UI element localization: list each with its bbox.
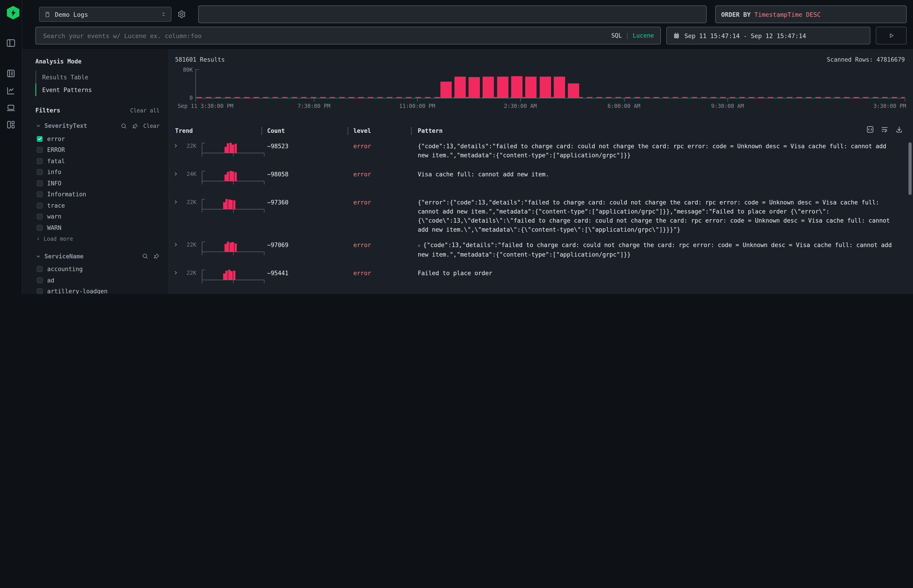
checkbox[interactable] xyxy=(37,181,43,186)
y-axis-min-label: 0 xyxy=(175,95,193,101)
select-query-input[interactable] xyxy=(198,5,707,23)
pattern-row[interactable]: 22K~95441errorFailed to place order xyxy=(173,266,913,294)
filter-option-label: INFO xyxy=(47,180,62,187)
gear-icon[interactable] xyxy=(177,10,186,19)
checkbox[interactable] xyxy=(37,225,43,231)
x-axis-tick-label: 3:30:00 PM xyxy=(873,103,906,109)
filter-option-warn[interactable]: warn xyxy=(36,211,160,222)
analysis-mode-title: Analysis Mode xyxy=(36,58,160,65)
trend-sparkline xyxy=(202,198,264,213)
pattern-text[interactable]: {"code":13,"details":"failed to charge c… xyxy=(418,139,898,164)
search-icon[interactable] xyxy=(142,253,148,259)
filter-option-error[interactable]: error xyxy=(36,133,160,144)
checkbox[interactable] xyxy=(37,267,43,272)
checkbox[interactable] xyxy=(37,214,43,220)
filter-option-error[interactable]: ERROR xyxy=(36,144,160,155)
wrap-text-icon[interactable] xyxy=(881,126,889,133)
source-select[interactable]: Demo Logs xyxy=(39,7,172,22)
checkbox[interactable] xyxy=(37,278,43,283)
chevron-down-icon[interactable] xyxy=(36,123,41,129)
filter-option-ad[interactable]: ad xyxy=(36,275,160,286)
clear-filter-button[interactable]: Clear xyxy=(143,123,160,129)
app-logo[interactable] xyxy=(6,6,20,19)
chevron-down-icon[interactable] xyxy=(36,253,41,259)
panel-toggle-icon[interactable] xyxy=(6,38,16,48)
pattern-count: ~98058 xyxy=(267,171,288,178)
filter-option-warn[interactable]: WARN xyxy=(36,222,160,233)
checkbox-checked[interactable] xyxy=(37,136,43,142)
checkbox[interactable] xyxy=(37,147,43,153)
level-value: error xyxy=(353,143,371,150)
checkbox[interactable] xyxy=(37,192,43,197)
lucene-toggle[interactable]: Lucene xyxy=(633,32,654,39)
search-icon[interactable] xyxy=(121,123,127,129)
histogram-bar xyxy=(497,77,508,98)
results-area: 581601 Results Scanned Rows: 47816679 80… xyxy=(169,49,913,294)
filter-option-information[interactable]: Information xyxy=(36,189,160,200)
pattern-text[interactable]: {"error":{"code":13,"details":"failed to… xyxy=(418,195,898,238)
checkbox[interactable] xyxy=(37,158,43,164)
download-icon[interactable] xyxy=(895,126,903,133)
filter-option-info[interactable]: info xyxy=(36,166,160,178)
pattern-text[interactable]: Failed to place order xyxy=(418,266,898,281)
column-resize-handle[interactable] xyxy=(347,128,348,135)
pattern-row[interactable]: 22K~97069error✕{"code":13,"details":"fai… xyxy=(173,238,913,266)
run-query-button[interactable] xyxy=(876,27,907,44)
chart-icon[interactable] xyxy=(6,86,16,96)
scrollbar-thumb[interactable] xyxy=(908,142,911,195)
order-by-input[interactable]: ORDER BY TimestampTime DESC xyxy=(715,5,907,23)
load-more-link[interactable]: Load more xyxy=(36,233,160,244)
column-header-count: Count xyxy=(267,128,285,134)
laptop-icon[interactable] xyxy=(6,103,16,113)
pattern-text[interactable]: ✕{"code":13,"details":"failed to charge … xyxy=(418,238,898,263)
x-axis-tick-label: 2:30:00 AM xyxy=(504,103,537,109)
checkbox[interactable] xyxy=(37,289,43,294)
app-window: ? U Demo Logs ORDER BY TimestampTime DES… xyxy=(0,0,913,294)
level-value: error xyxy=(353,242,371,249)
histogram-bar xyxy=(554,77,565,98)
search-input[interactable] xyxy=(42,32,607,40)
pin-icon[interactable] xyxy=(153,253,160,259)
sql-toggle[interactable]: SQL xyxy=(611,32,622,39)
x-axis-tick-label: Sep 11 3:30:00 PM xyxy=(178,103,233,109)
filter-option-label: warn xyxy=(47,213,62,220)
logs-icon[interactable] xyxy=(6,68,16,78)
pattern-row[interactable]: 22K~98523error{"code":13,"details":"fail… xyxy=(173,139,913,167)
search-box: SQL | Lucene xyxy=(36,27,661,44)
dashboard-icon[interactable] xyxy=(6,120,16,130)
pin-icon[interactable] xyxy=(132,123,138,129)
histogram-bar xyxy=(539,77,551,98)
checkbox[interactable] xyxy=(37,203,43,208)
filter-option-fatal[interactable]: fatal xyxy=(36,155,160,166)
pattern-row[interactable]: 24K~98058errorVisa cache full: cannot ad… xyxy=(173,167,913,195)
pattern-count: ~95441 xyxy=(267,270,288,276)
mode-item-results-table[interactable]: Results Table xyxy=(36,71,160,83)
trend-max-label: 22K xyxy=(175,270,196,276)
filters-title: Filters xyxy=(36,107,60,114)
play-icon xyxy=(888,32,894,39)
checkbox[interactable] xyxy=(37,169,43,175)
filter-option-trace[interactable]: trace xyxy=(36,200,160,211)
pattern-text[interactable]: Visa cache full: cannot add new item. xyxy=(418,167,898,183)
column-resize-handle[interactable] xyxy=(261,128,262,135)
mode-item-event-patterns[interactable]: Event Patterns xyxy=(36,83,160,96)
clear-all-button[interactable]: Clear all xyxy=(130,107,160,114)
date-range-picker[interactable]: Sep 11 15:47:14 - Sep 12 15:47:14 xyxy=(666,27,870,44)
level-value: error xyxy=(353,199,371,206)
histogram-bar xyxy=(483,77,494,98)
database-icon xyxy=(44,11,51,18)
filter-option-info[interactable]: INFO xyxy=(36,178,160,189)
analysis-mode-list: Results TableEvent Patterns xyxy=(36,71,160,96)
order-by-keyword: ORDER BY xyxy=(721,11,751,18)
exclude-x-icon: ✕ xyxy=(418,243,421,248)
patterns-table: TrendCountlevelPattern 22K~98523error{"c… xyxy=(173,126,913,294)
filter-option-accounting[interactable]: accounting xyxy=(36,263,160,275)
pattern-row[interactable]: 22K~97360error{"error":{"code":13,"detai… xyxy=(173,195,913,238)
y-axis-max-label: 80K xyxy=(175,67,193,73)
column-resize-handle[interactable] xyxy=(411,128,412,135)
filter-option-artillery-loadgen[interactable]: artillery-loadgen xyxy=(36,286,160,294)
histogram-bar xyxy=(511,76,523,98)
filter-section-servicename: ServiceNameaccountingadartillery-loadgen… xyxy=(36,253,160,294)
trend-sparkline xyxy=(202,241,264,256)
code-box-icon[interactable] xyxy=(866,126,874,133)
